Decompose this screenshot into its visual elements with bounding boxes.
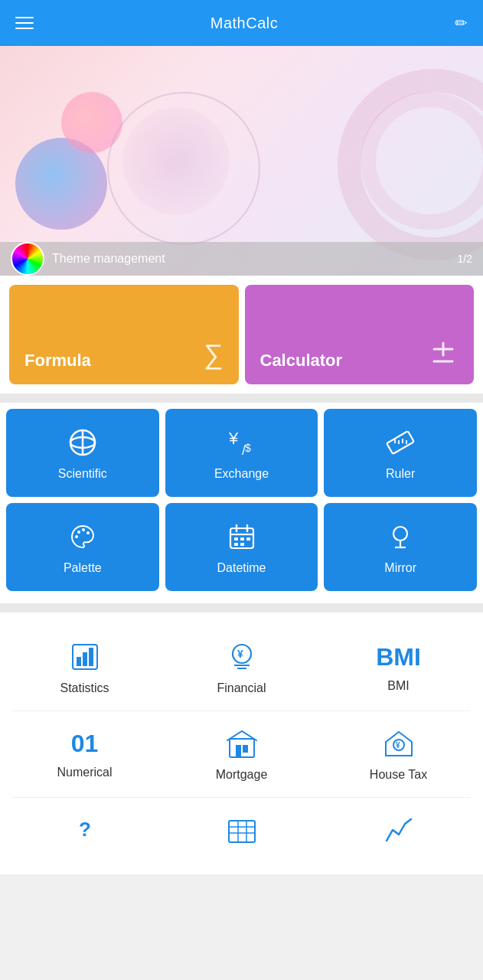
- svg-rect-25: [234, 543, 238, 546]
- numerical-label: Numerical: [57, 766, 112, 779]
- calculator-label: Calculator: [260, 351, 343, 371]
- numerical-button[interactable]: 01 Numerical: [6, 711, 163, 797]
- svg-rect-26: [240, 543, 244, 546]
- bubble-4: [122, 107, 230, 214]
- ruler-button[interactable]: Ruler: [324, 409, 477, 497]
- ruler-label: Ruler: [386, 467, 415, 481]
- svg-point-27: [393, 527, 407, 541]
- svg-rect-44: [229, 821, 255, 842]
- numerical-icon: 01: [71, 730, 99, 758]
- financial-button[interactable]: ¥ Financial: [163, 625, 320, 710]
- statistics-button[interactable]: Statistics: [6, 625, 163, 710]
- tool-row3-1-icon: ?: [68, 813, 102, 847]
- svg-point-16: [82, 528, 85, 531]
- bmi-label: BMI: [387, 679, 409, 693]
- menu-button[interactable]: [15, 17, 34, 29]
- svg-point-15: [77, 531, 80, 534]
- house-tax-button[interactable]: ¥ House Tax: [320, 711, 477, 797]
- palette-label: Palette: [64, 561, 102, 575]
- svg-rect-40: [243, 745, 248, 753]
- mortgage-label: Mortgage: [216, 768, 268, 782]
- datetime-button[interactable]: Datetime: [165, 503, 318, 591]
- bmi-icon: BMI: [376, 643, 421, 671]
- mirror-label: Mirror: [384, 561, 416, 575]
- divider-1: [0, 394, 483, 403]
- grid-row-2: Palette Datetime: [6, 503, 477, 591]
- svg-rect-31: [77, 657, 81, 666]
- header: MathCalc ✏: [0, 0, 483, 46]
- svg-text:¥: ¥: [228, 429, 239, 448]
- financial-icon: ¥: [225, 640, 259, 674]
- tools-section: Statistics ¥ Financial BMI BMI: [0, 612, 483, 874]
- svg-rect-32: [83, 652, 87, 666]
- tools-row-1: Statistics ¥ Financial BMI BMI: [6, 625, 477, 710]
- tools-row-3: ?: [6, 798, 477, 862]
- tool-row3-2-icon: [225, 813, 259, 847]
- svg-text:¥: ¥: [237, 648, 243, 660]
- tools-row-2: 01 Numerical Mortgage ¥: [6, 711, 477, 797]
- theme-bar[interactable]: Theme management 1/2: [0, 242, 483, 276]
- svg-rect-22: [234, 537, 238, 541]
- financial-label: Financial: [217, 681, 266, 695]
- svg-text:¥: ¥: [396, 741, 400, 750]
- divider-2: [0, 603, 483, 612]
- calculator-icon: [428, 340, 459, 371]
- numerical-text: 01: [71, 730, 99, 757]
- bmi-text: BMI: [376, 643, 421, 671]
- mortgage-button[interactable]: Mortgage: [163, 711, 320, 797]
- formula-icon: ∑: [204, 338, 224, 371]
- house-tax-icon: ¥: [382, 727, 416, 760]
- theme-wheel-icon: [11, 242, 44, 276]
- bmi-button[interactable]: BMI BMI: [320, 625, 477, 710]
- theme-label: Theme management: [52, 252, 458, 266]
- calculator-button[interactable]: Calculator: [245, 285, 475, 384]
- svg-text:?: ?: [79, 818, 91, 841]
- ruler-icon: [383, 426, 417, 459]
- svg-rect-39: [236, 745, 241, 757]
- exchange-label: Exchange: [214, 467, 269, 481]
- svg-rect-33: [89, 648, 93, 666]
- tool-row3-3-button[interactable]: [320, 798, 477, 862]
- exchange-button[interactable]: ¥ / $ Exchange: [165, 409, 318, 497]
- exchange-icon: ¥ / $: [225, 426, 259, 459]
- svg-point-17: [86, 531, 90, 534]
- formula-label: Formula: [24, 351, 91, 371]
- scientific-icon: [66, 426, 100, 459]
- svg-rect-24: [246, 537, 250, 541]
- svg-rect-9: [387, 431, 414, 454]
- scientific-button[interactable]: Scientific: [6, 409, 159, 497]
- mirror-icon: [383, 520, 417, 554]
- statistics-icon: [68, 640, 102, 674]
- grid-row-1: Scientific ¥ / $ Exchange: [6, 409, 477, 497]
- svg-point-14: [75, 535, 78, 538]
- formula-button[interactable]: Formula ∑: [9, 285, 239, 384]
- edit-button[interactable]: ✏: [455, 14, 468, 32]
- svg-rect-38: [230, 739, 254, 757]
- scientific-label: Scientific: [58, 467, 107, 481]
- svg-text:$: $: [245, 442, 251, 454]
- mirror-button[interactable]: Mirror: [324, 503, 477, 591]
- house-tax-label: House Tax: [370, 768, 427, 782]
- tool-row3-3-icon: [382, 813, 416, 847]
- datetime-label: Datetime: [217, 561, 266, 575]
- palette-button[interactable]: Palette: [6, 503, 159, 591]
- tool-row3-2-button[interactable]: [163, 798, 320, 862]
- mortgage-icon: [225, 727, 259, 760]
- statistics-label: Statistics: [60, 681, 109, 695]
- svg-rect-23: [240, 537, 244, 541]
- tool-row3-1-button[interactable]: ?: [6, 798, 163, 862]
- main-buttons-row: Formula ∑ Calculator: [0, 276, 483, 394]
- datetime-icon: [225, 520, 259, 554]
- banner: Theme management 1/2: [0, 46, 483, 276]
- palette-icon: [66, 520, 100, 554]
- app-title: MathCalc: [210, 15, 278, 32]
- grid-section: Scientific ¥ / $ Exchange: [0, 403, 483, 603]
- theme-page-indicator: 1/2: [458, 253, 472, 265]
